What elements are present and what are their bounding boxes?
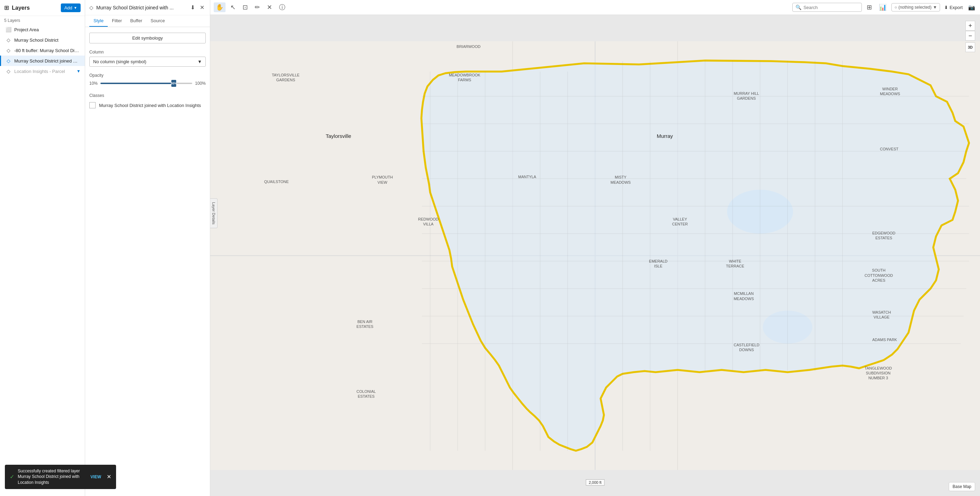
class-swatch[interactable] [89, 102, 95, 108]
panel-layer-icon: ◇ [89, 5, 94, 11]
opacity-label: Opacity [89, 73, 206, 78]
tab-style[interactable]: Style [89, 15, 108, 27]
base-map-button[interactable]: Base Map [949, 482, 975, 491]
download-button[interactable]: ⬇ [189, 3, 196, 11]
search-box: 🔍 [792, 3, 862, 12]
toast-notification: ✓ Successfully created filtered layer Mu… [5, 465, 116, 489]
sidebar-item-buffer[interactable]: ◇ -80 ft buffer: Murray School District [0, 45, 85, 56]
map-area: ✋ ↖ ⊡ ✏ ✕ ⓘ 🔍 ⊞ 📊 ○ (nothing selected) ▼… [210, 0, 980, 496]
project-area-icon: ⬜ [5, 26, 11, 33]
panel-header: ◇ Murray School District joined with ...… [85, 0, 210, 15]
selection-chevron-icon: ▼ [933, 5, 937, 10]
sidebar-header-left: ⊞ Layers [4, 4, 30, 11]
toolbar-right: ⊞ 📊 ○ (nothing selected) ▼ ⬇ Export 📷 [865, 2, 977, 12]
toast-success-icon: ✓ [10, 474, 14, 480]
filter-icon: ▼ [76, 69, 81, 74]
buffer-label: -80 ft buffer: Murray School District [14, 48, 81, 53]
murray-sd-icon: ◇ [5, 37, 11, 43]
column-value: No column (single symbol) [93, 59, 146, 64]
location-insights-label: Location Insights - Parcel [14, 69, 74, 74]
map-svg [210, 15, 980, 496]
layer-details-tab[interactable]: Layer Details [210, 198, 218, 228]
selection-dropdown[interactable]: ○ (nothing selected) ▼ [891, 3, 940, 11]
sidebar-header: ⊞ Layers Add ▼ [0, 0, 85, 16]
column-chevron-icon: ▼ [197, 59, 202, 64]
tab-filter[interactable]: Filter [108, 15, 126, 27]
pan-tool-button[interactable]: ✋ [214, 2, 226, 12]
class-name: Murray School District joined with Locat… [99, 103, 201, 108]
chart-button[interactable]: 📊 [877, 2, 889, 12]
edit-symbology-section: Edit symbology [89, 33, 206, 43]
tab-source[interactable]: Source [146, 15, 169, 27]
search-input[interactable] [803, 5, 859, 10]
layer-style-panel: ◇ Murray School District joined with ...… [85, 0, 210, 496]
buffer-icon: ◇ [5, 47, 11, 54]
table-view-button[interactable]: ⊞ [865, 2, 874, 12]
info-button[interactable]: ⓘ [277, 2, 287, 13]
panel-title: Murray School District joined with ... [96, 5, 186, 10]
tab-buffer[interactable]: Buffer [126, 15, 146, 27]
layers-count: 5 Layers [0, 16, 85, 24]
toast-view-link[interactable]: VIEW [91, 474, 101, 479]
project-area-label: Project Area [14, 27, 81, 32]
zoom-controls: + − 3D [966, 21, 975, 52]
layers-icon: ⊞ [4, 4, 9, 11]
opacity-min-label: 10% [89, 81, 98, 86]
scale-bar: 2,000 ft [585, 479, 605, 486]
box-select-button[interactable]: ⊡ [240, 2, 250, 12]
murray-sd-label: Murray School District [14, 38, 81, 43]
sidebar-item-murray-school-district[interactable]: ◇ Murray School District [0, 35, 85, 45]
sidebar-item-murray-joined[interactable]: ◇ Murray School District joined with Loc… [0, 56, 85, 66]
opacity-thumb[interactable]: 80% [171, 80, 176, 87]
select-tool-button[interactable]: ↖ [228, 2, 238, 12]
circle-icon: ○ [894, 5, 897, 10]
opacity-slider[interactable]: 80% [100, 80, 192, 87]
murray-joined-icon: ◇ [5, 58, 11, 64]
add-chevron-icon: ▼ [74, 6, 77, 10]
map-toolbar: ✋ ↖ ⊡ ✏ ✕ ⓘ 🔍 ⊞ 📊 ○ (nothing selected) ▼… [210, 0, 980, 15]
column-section: Column No column (single symbol) ▼ [89, 50, 206, 67]
zoom-in-button[interactable]: + [966, 21, 975, 30]
toast-close-button[interactable]: ✕ [105, 474, 111, 480]
add-layer-button[interactable]: Add ▼ [61, 3, 81, 12]
location-insights-icon: ◇ [5, 68, 11, 74]
panel-tabs: Style Filter Buffer Source [85, 15, 210, 27]
murray-joined-label: Murray School District joined with Locat… [14, 58, 81, 64]
toast-message: Successfully created filtered layer Murr… [18, 468, 87, 486]
column-label: Column [89, 50, 206, 54]
opacity-section: Opacity 10% 80% 100% [89, 73, 206, 87]
export-icon: ⬇ [944, 5, 948, 10]
column-dropdown[interactable]: No column (single symbol) ▼ [89, 57, 206, 67]
class-item: Murray School District joined with Locat… [89, 101, 206, 110]
deselect-button[interactable]: ✕ [265, 2, 274, 12]
export-button[interactable]: ⬇ Export [943, 3, 964, 11]
panel-content: Edit symbology Column No column (single … [85, 27, 210, 496]
selection-label: (nothing selected) [898, 5, 931, 10]
opacity-fill [100, 83, 174, 84]
sidebar: ⊞ Layers Add ▼ 5 Layers ⬜ Project Area ◇… [0, 0, 85, 496]
edit-tool-button[interactable]: ✏ [253, 2, 262, 12]
close-panel-button[interactable]: ✕ [199, 3, 206, 11]
panel-actions: ⬇ ✕ [189, 3, 206, 11]
opacity-track [100, 83, 192, 84]
sidebar-item-location-insights[interactable]: ◇ Location Insights - Parcel ▼ [0, 66, 85, 76]
sidebar-item-project-area[interactable]: ⬜ Project Area [0, 24, 85, 35]
search-icon: 🔍 [795, 5, 801, 10]
map-svg-container: BRIARWOOD TAYLORSVILLEGARDENS MEADOWBROO… [210, 15, 980, 496]
threed-button[interactable]: 3D [966, 42, 975, 52]
zoom-out-button[interactable]: − [966, 31, 975, 41]
edit-symbology-button[interactable]: Edit symbology [89, 33, 206, 43]
classes-label: Classes [89, 93, 206, 98]
opacity-row: 10% 80% 100% [89, 80, 206, 87]
sidebar-title: Layers [12, 5, 30, 11]
classes-section: Classes Murray School District joined wi… [89, 93, 206, 110]
screenshot-button[interactable]: 📷 [967, 3, 977, 12]
opacity-max-label: 100% [195, 81, 206, 86]
